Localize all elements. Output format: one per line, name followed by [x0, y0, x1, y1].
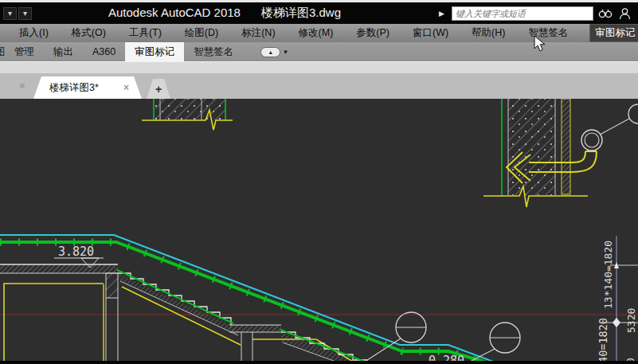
detail-callout-a[interactable]	[365, 312, 426, 362]
qat-menu-icon[interactable]: ▾	[18, 7, 32, 20]
dim-text-flight-lower: 40=1820	[597, 318, 609, 363]
ribbon-collapse-button[interactable]: ▲	[260, 47, 280, 57]
nosing-line-green	[117, 270, 233, 323]
dim-text-total: 5320	[625, 308, 637, 333]
new-tab-button[interactable]: +	[147, 79, 170, 99]
waist-soffit-line	[120, 281, 238, 335]
menu-help[interactable]: 帮助(H)	[470, 24, 507, 42]
menu-modify[interactable]: 修改(M)	[297, 24, 335, 42]
dim-diamond-tick	[613, 318, 620, 327]
upper-landing-slab[interactable]	[0, 264, 118, 362]
ribbon-tab-review-mark[interactable]: 审图标记	[125, 42, 184, 61]
stair-flight-1[interactable]	[117, 270, 238, 335]
bracket-elbow-yellow	[572, 151, 597, 172]
detail-callout-b[interactable]	[468, 323, 520, 362]
app-title: Autodesk AutoCAD 2018	[108, 6, 241, 21]
menu-draw[interactable]: 绘图(D)	[183, 24, 220, 42]
window-title: Autodesk AutoCAD 2018 楼梯详图3.dwg	[108, 6, 341, 21]
title-bar: ▾ ▾ Autodesk AutoCAD 2018 楼梯详图3.dwg ▶	[0, 2, 638, 24]
search-binoculars-icon[interactable]	[598, 6, 613, 21]
drawing-canvas[interactable]: 3.820	[0, 99, 638, 364]
autocad-window: ▾ ▾ Autodesk AutoCAD 2018 楼梯详图3.dwg ▶	[0, 0, 638, 364]
wall-section-left[interactable]	[142, 99, 233, 130]
menu-tools[interactable]: 工具(T)	[127, 24, 163, 42]
signin-user-icon[interactable]	[617, 6, 632, 21]
file-tab-close-icon[interactable]: ×	[123, 82, 129, 93]
handrail-green	[0, 242, 492, 364]
menu-insert[interactable]: 插入(I)	[18, 24, 50, 42]
dim-text-flight-upper: 13*140=1820	[602, 241, 614, 309]
ribbon-panel-strip	[0, 61, 638, 73]
wall-section-right[interactable]	[483, 99, 588, 207]
ribbon-tab-output[interactable]: 输出	[44, 42, 83, 61]
search-input[interactable]	[452, 6, 593, 21]
level-value-upper: 3.820	[58, 245, 94, 259]
menu-parametric[interactable]: 参数(P)	[354, 24, 391, 42]
infocenter-search: ▶	[436, 6, 638, 21]
handrail-tube-inner	[585, 133, 599, 147]
leader-line	[600, 119, 629, 135]
canvas-bottom-edge	[0, 361, 638, 364]
ribbon-tab-manage[interactable]: 管理	[5, 42, 44, 61]
file-tab-bar: × 楼梯详图3* × +	[0, 73, 638, 99]
qat-dropdown-icon[interactable]: ▾	[3, 7, 17, 20]
stair-detail-drawing: 3.820	[0, 99, 638, 364]
file-tab-label: 楼梯详图3*	[49, 81, 99, 95]
ribbon-collapse-control: ▲ ▾	[260, 42, 287, 61]
ribbon-collapse-caret-icon[interactable]: ▾	[284, 48, 288, 56]
document-title: 楼梯详图3.dwg	[261, 6, 341, 21]
ribbon-tab-smart-sign[interactable]: 智慧签名	[184, 42, 243, 61]
handrail-green-ticks	[0, 242, 492, 364]
search-expander-icon[interactable]: ▶	[436, 8, 447, 19]
ribbon-tab-a360[interactable]: A360	[83, 42, 125, 61]
menu-dimension[interactable]: 标注(N)	[240, 24, 276, 42]
right-dimensions[interactable]: 13*140=1820 40=1820 5320 0	[597, 236, 638, 364]
quick-access-toolbar: ▾ ▾	[0, 7, 94, 20]
callout-circle-clipped	[628, 104, 638, 123]
menu-window[interactable]: 窗口(W)	[411, 24, 450, 42]
menu-review-mark[interactable]: 审图标记	[589, 24, 638, 42]
mouse-cursor	[534, 35, 546, 53]
background-tab-close-icon[interactable]: ×	[19, 80, 25, 92]
file-tab-active[interactable]: 楼梯详图3* ×	[33, 76, 142, 99]
menu-format[interactable]: 格式(O)	[70, 24, 108, 42]
